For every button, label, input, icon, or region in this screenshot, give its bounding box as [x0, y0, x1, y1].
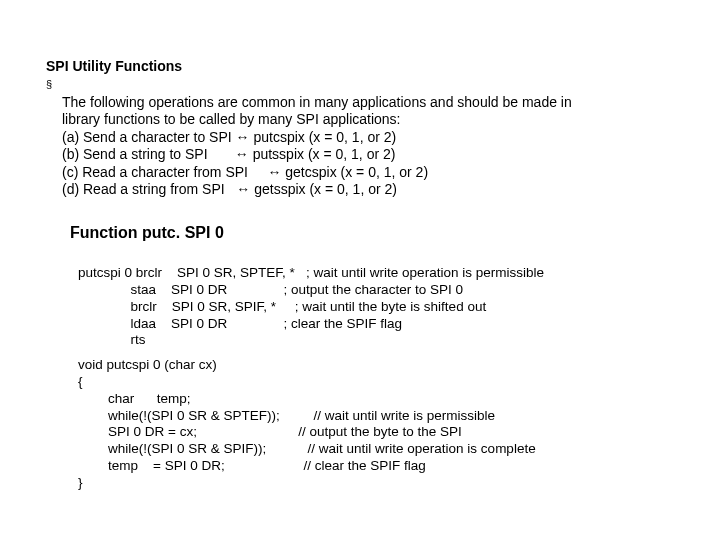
bullet-marker: §: [46, 76, 62, 92]
bullet-item: § The following operations are common in…: [46, 76, 720, 199]
function-title: Function putc. SPI 0: [70, 224, 224, 242]
slide: SPI Utility Functions § The following op…: [0, 0, 720, 540]
code-line: while(!(SPI 0 SR & SPTEF)); // wait unti…: [78, 408, 495, 423]
code-line: {: [78, 374, 83, 389]
assembly-listing: putcspi 0 brclr SPI 0 SR, SPTEF, * ; wai…: [78, 248, 544, 349]
code-line: void putcspi 0 (char cx): [78, 357, 217, 372]
line: (d) Read a string from SPI ↔ getsspix (x…: [62, 181, 397, 197]
content-block: SPI Utility Functions § The following op…: [46, 58, 720, 199]
code-line: SPI 0 DR = cx; // output the byte to the…: [78, 424, 462, 439]
code-line: temp = SPI 0 DR; // clear the SPIF flag: [78, 458, 426, 473]
code-line: brclr SPI 0 SR, SPIF, * ; wait until the…: [78, 299, 486, 314]
code-line: char temp;: [78, 391, 191, 406]
line: The following operations are common in m…: [62, 94, 572, 110]
section-title: SPI Utility Functions: [46, 58, 720, 74]
line: (c) Read a character from SPI ↔ getcspix…: [62, 164, 428, 180]
line: (b) Send a string to SPI ↔ putsspix (x =…: [62, 146, 395, 162]
code-line: staa SPI 0 DR ; output the character to …: [78, 282, 463, 297]
code-line: ldaa SPI 0 DR ; clear the SPIF flag: [78, 316, 402, 331]
code-line: while(!(SPI 0 SR & SPIF)); // wait until…: [78, 441, 536, 456]
bullet-text: The following operations are common in m…: [62, 76, 720, 199]
line: library functions to be called by many S…: [62, 111, 401, 127]
code-line: putcspi 0 brclr SPI 0 SR, SPTEF, * ; wai…: [78, 265, 544, 280]
line: (a) Send a character to SPI ↔ putcspix (…: [62, 129, 396, 145]
c-listing: void putcspi 0 (char cx) { char temp; wh…: [78, 340, 536, 492]
code-line: }: [78, 475, 83, 490]
